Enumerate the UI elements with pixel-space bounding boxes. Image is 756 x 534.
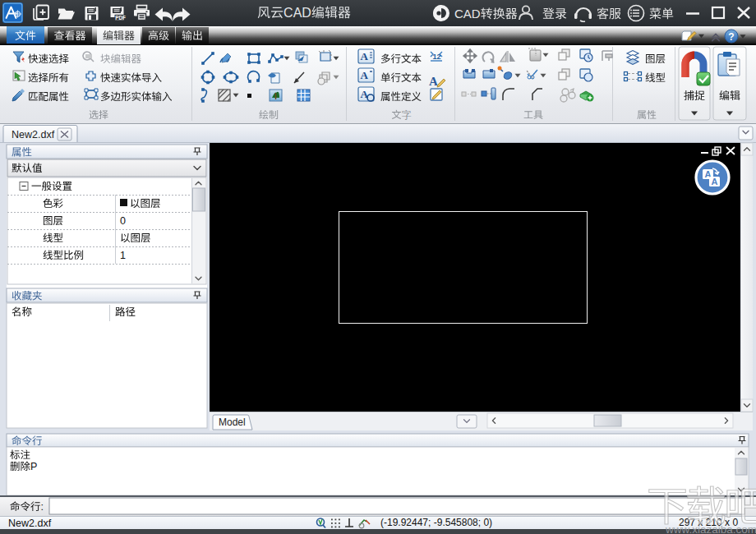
svg-text:PDF: PDF (115, 15, 126, 21)
svg-text:P: P (30, 461, 37, 472)
svg-text:A: A (429, 75, 438, 88)
svg-text:A: A (361, 50, 369, 62)
svg-text:New2.dxf: New2.dxf (8, 518, 52, 529)
svg-text:New2.dxf: New2.dxf (12, 129, 55, 140)
svg-text:12: 12 (433, 53, 441, 61)
svg-text:0: 0 (120, 215, 126, 227)
svg-text::: : (41, 501, 44, 513)
svg-text:字: 字 (402, 109, 412, 121)
svg-text:CAD: CAD (454, 7, 481, 21)
svg-text:Model: Model (219, 417, 246, 428)
svg-text:?: ? (728, 31, 734, 43)
svg-text:A: A (712, 177, 718, 186)
svg-text:CAD: CAD (284, 6, 311, 20)
svg-text:www.xiazaiba.com: www.xiazaiba.com (665, 523, 756, 534)
svg-text:1: 1 (120, 250, 126, 261)
svg-text:(-19.92447; -9.545808; 0): (-19.92447; -9.545808; 0) (380, 517, 492, 528)
svg-text:A: A (361, 69, 369, 81)
